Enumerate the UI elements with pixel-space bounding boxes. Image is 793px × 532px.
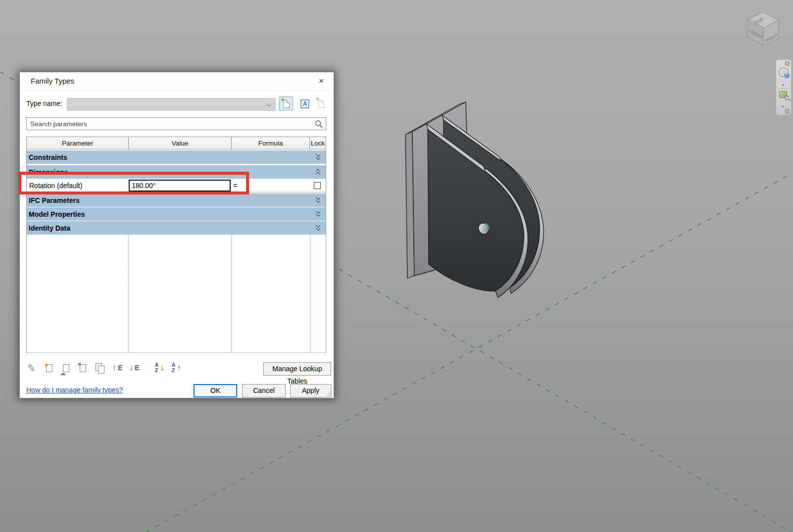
view-cube[interactable]: TOP FRONT RIGHT	[0, 0, 793, 59]
sort-descending-button[interactable]: AZ ↑	[171, 362, 183, 375]
new-star-icon: ★	[44, 362, 49, 368]
expand-chevrons-icon[interactable]	[316, 196, 321, 204]
parameter-lock-cell	[310, 179, 326, 192]
move-parameter-down-button[interactable]: ↓ E	[128, 362, 140, 375]
new-type-button[interactable]: ★	[279, 97, 293, 110]
page-copy-icon	[98, 366, 104, 374]
column-header-formula[interactable]: Formula	[232, 137, 310, 149]
apply-button[interactable]: Apply	[290, 384, 331, 397]
new-parameter-button[interactable]: ★	[44, 362, 56, 375]
manage-lookup-tables-button[interactable]: Manage Lookup Tables	[263, 362, 331, 376]
delete-parameter-button[interactable]: ×	[78, 362, 90, 375]
navbar-collapse-icon[interactable]: −	[785, 108, 790, 114]
new-star-icon: ★	[280, 97, 285, 103]
delete-x-icon: ×	[78, 361, 81, 368]
revit-family-editor-screen: { "window": { "title": "Family Types" },…	[0, 0, 793, 532]
bracket-3d-model[interactable]	[405, 102, 544, 297]
associate-family-parameter-button[interactable]: ☁	[61, 362, 73, 375]
delete-x-icon: ×	[316, 96, 319, 102]
type-name-label: Type name:	[26, 99, 62, 107]
delete-type-button[interactable]: ×	[314, 97, 328, 110]
navbar-close-icon[interactable]: ×	[785, 61, 790, 66]
section-header-identity-data[interactable]: Identity Data	[27, 221, 326, 235]
az-glyph: AZ	[172, 362, 175, 373]
search-parameters-input[interactable]	[27, 118, 326, 130]
expand-chevrons-icon[interactable]	[316, 153, 321, 161]
column-header-value[interactable]: Value	[129, 137, 232, 149]
section-header-model-properties[interactable]: Model Properties	[27, 207, 326, 221]
search-parameters-box	[26, 117, 326, 130]
resize-grip[interactable]	[326, 390, 332, 396]
cancel-button[interactable]: Cancel	[242, 384, 286, 397]
table-empty-area	[27, 235, 326, 352]
e-rows-glyph: E	[135, 364, 139, 372]
table-header-row: Parameter Value Formula Lock	[27, 137, 326, 149]
rename-icon: A	[300, 99, 309, 108]
move-parameter-up-button[interactable]: ↑ E	[111, 362, 123, 375]
parameter-table: Parameter Value Formula Lock Constraints…	[26, 137, 326, 353]
wheel-options-caret[interactable]: ▾	[782, 83, 786, 87]
down-arrow-icon: ↓	[129, 363, 133, 372]
steering-wheel-icon[interactable]	[779, 67, 790, 79]
parameter-toolbar: ✎ ★ ☁ × ↑ E ↓ E AZ ↓	[27, 361, 188, 375]
dialog-title: Family Types	[31, 77, 74, 85]
column-header-parameter[interactable]: Parameter	[27, 137, 129, 149]
navbar-divider	[778, 88, 789, 89]
section-header-constraints[interactable]: Constraints	[27, 150, 326, 164]
annotation-highlight-rectangle	[18, 172, 249, 194]
pencil-icon: ✎	[26, 362, 36, 375]
dialog-close-button[interactable]: ×	[315, 75, 327, 87]
az-glyph: AZ	[155, 362, 158, 373]
rename-type-button[interactable]: A	[297, 97, 311, 110]
zoom-region-icon[interactable]	[779, 91, 787, 98]
collapse-chevrons-icon[interactable]	[316, 168, 321, 176]
e-rows-glyph: E	[118, 364, 122, 372]
down-arrow-icon: ↓	[160, 363, 164, 372]
wheel-cube-glyph	[785, 73, 789, 78]
help-link[interactable]: How do I manage family types?	[26, 386, 123, 394]
chevron-down-icon	[266, 102, 271, 107]
navigation-bar: × ▾ ▾ −	[776, 59, 792, 115]
section-header-ifc-parameters[interactable]: IFC Parameters	[27, 193, 326, 207]
ok-button[interactable]: OK	[194, 384, 237, 397]
up-arrow-icon: ↑	[177, 363, 181, 372]
zoom-options-caret[interactable]: ▾	[782, 104, 786, 109]
cloud-icon: ☁	[60, 370, 66, 377]
duplicate-parameter-button[interactable]	[95, 362, 106, 375]
search-icon	[314, 120, 323, 129]
magnifier-glyph	[785, 96, 789, 100]
edit-parameter-button[interactable]: ✎	[27, 362, 39, 375]
up-arrow-icon: ↑	[112, 363, 116, 372]
dialog-titlebar[interactable]: Family Types ×	[20, 72, 334, 91]
sort-ascending-button[interactable]: AZ ↓	[154, 362, 166, 375]
type-name-combobox[interactable]	[67, 98, 276, 111]
lock-checkbox[interactable]	[314, 182, 321, 189]
family-types-dialog: Family Types × Type name: ★ A × Paramete…	[19, 72, 334, 398]
expand-chevrons-icon[interactable]	[316, 210, 321, 218]
expand-chevrons-icon[interactable]	[316, 224, 321, 232]
column-header-lock[interactable]: Lock	[310, 137, 326, 149]
